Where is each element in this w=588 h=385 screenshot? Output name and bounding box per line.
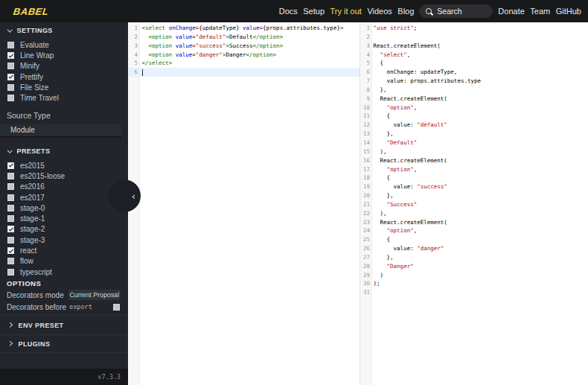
decorators-before-checkbox[interactable] <box>113 304 120 311</box>
checkbox-unchecked[interactable] <box>7 237 14 244</box>
code-line[interactable]: ), <box>374 147 482 156</box>
nav-link-setup[interactable]: Setup <box>303 7 325 16</box>
checkbox-row-stage-0[interactable]: stage-0 <box>0 203 128 213</box>
nav-right-links: DonateTeamGitHub <box>498 7 581 16</box>
nav-link-blog[interactable]: Blog <box>397 7 414 16</box>
checkbox-row-stage-2[interactable]: stage-2 <box>0 224 128 235</box>
checkbox-unchecked[interactable] <box>7 194 14 201</box>
code-line[interactable]: value: "success" <box>374 182 482 191</box>
code-line[interactable]: React.createElement( <box>374 42 482 51</box>
plugins-section-header[interactable]: PLUGINS <box>0 334 128 352</box>
code-line[interactable]: value: props.attributes.type <box>374 77 482 86</box>
code-line[interactable]: React.createElement( <box>374 156 482 165</box>
checkbox-unchecked[interactable] <box>7 205 14 211</box>
code-line[interactable]: ) <box>374 271 482 280</box>
nav-link-docs[interactable]: Docs <box>279 7 298 16</box>
checkbox-checked[interactable] <box>7 162 14 169</box>
checkbox-unchecked[interactable] <box>7 215 14 222</box>
code-line[interactable]: "option", <box>374 104 482 112</box>
code-line[interactable] <box>142 68 344 77</box>
sidebar-collapse-button[interactable]: ‹ <box>108 179 141 212</box>
output-editor[interactable]: 1234567891011121314151617181920212223242… <box>359 22 588 385</box>
nav-link-videos[interactable]: Videos <box>367 7 392 16</box>
checkbox-label: react <box>20 246 36 255</box>
checkbox-checked[interactable] <box>7 247 14 254</box>
checkbox-row-react[interactable]: react <box>0 245 128 255</box>
checkbox-row-line-wrap[interactable]: Line Wrap <box>0 50 128 60</box>
nav-link-try-it-out[interactable]: Try it out <box>330 7 362 16</box>
code-line[interactable] <box>374 33 482 42</box>
checkbox-row-stage-1[interactable]: stage-1 <box>0 213 128 223</box>
code-line[interactable]: "Default" <box>374 139 482 147</box>
checkbox-unchecked[interactable] <box>7 95 14 101</box>
code-line[interactable]: { <box>374 112 482 121</box>
code-line[interactable]: <option value="success">Success</option> <box>142 42 344 51</box>
code-line[interactable]: { <box>374 59 482 68</box>
decorators-mode-button[interactable]: Current Proposal <box>68 290 121 300</box>
checkbox-checked[interactable] <box>7 226 14 232</box>
code-line[interactable]: <select onChange={updateType} value={pro… <box>142 24 344 33</box>
output-code[interactable]: "use strict";React.createElement( "selec… <box>374 24 482 297</box>
code-line[interactable]: ), <box>374 209 482 218</box>
line-number: 21 <box>360 200 370 209</box>
env-preset-section-header[interactable]: ENV PRESET <box>0 315 128 334</box>
checkbox-label: es2015 <box>20 162 45 170</box>
checkbox-checked[interactable] <box>7 74 14 80</box>
checkbox-row-es2015[interactable]: es2015 <box>0 160 128 171</box>
code-line[interactable]: }, <box>374 191 482 200</box>
checkbox-row-time-travel[interactable]: Time Travel <box>0 92 128 103</box>
code-line[interactable]: { <box>374 174 482 182</box>
source-editor[interactable]: 123456 <select onChange={updateType} val… <box>128 22 359 385</box>
checkbox-row-evaluate[interactable]: Evaluate <box>0 39 128 50</box>
code-line[interactable]: value: "default" <box>374 121 482 130</box>
code-line[interactable]: <option value="danger">Danger</option> <box>142 51 344 60</box>
code-line[interactable]: "Danger" <box>374 262 482 271</box>
code-line[interactable]: value: "danger" <box>374 244 482 253</box>
code-line[interactable]: "use strict"; <box>374 24 482 33</box>
checkbox-unchecked[interactable] <box>7 173 14 179</box>
checkbox-unchecked[interactable] <box>7 84 14 91</box>
checkbox-unchecked[interactable] <box>7 183 14 190</box>
code-line[interactable]: }, <box>374 86 482 95</box>
nav-links: DocsSetupTry it outVideosBlog <box>279 7 415 16</box>
code-line[interactable]: React.createElement( <box>374 95 482 104</box>
checkbox-row-typescript[interactable]: typescript <box>0 267 128 277</box>
line-number: 27 <box>360 253 370 262</box>
checkbox-row-prettify[interactable]: Prettify <box>0 71 128 82</box>
source-code[interactable]: <select onChange={updateType} value={pro… <box>142 24 344 77</box>
checkbox-unchecked[interactable] <box>7 42 14 48</box>
source-type-select[interactable]: Module <box>0 124 121 138</box>
code-line[interactable]: </select> <box>142 59 344 68</box>
chevron-right-icon <box>7 341 12 346</box>
babel-logo[interactable]: BABEL <box>13 6 49 17</box>
code-line[interactable] <box>374 288 482 297</box>
code-line[interactable]: "option", <box>374 226 482 235</box>
code-line[interactable]: }, <box>374 253 482 262</box>
presets-section-header[interactable]: PRESETS <box>0 147 128 156</box>
checkbox-row-flow[interactable]: flow <box>0 256 128 267</box>
checkbox-unchecked[interactable] <box>7 63 14 69</box>
code-line[interactable]: React.createElement( <box>374 218 482 227</box>
checkbox-unchecked[interactable] <box>7 269 14 276</box>
code-line[interactable]: "Success" <box>374 200 482 209</box>
nav-link-donate[interactable]: Donate <box>498 7 524 16</box>
line-number: 2 <box>128 33 138 42</box>
code-line[interactable]: onChange: updateType, <box>374 68 482 77</box>
search-input[interactable]: Search <box>419 4 493 18</box>
checkbox-row-stage-3[interactable]: stage-3 <box>0 235 128 245</box>
code-line[interactable]: }, <box>374 130 482 139</box>
chevron-down-icon <box>7 147 12 152</box>
code-line[interactable]: { <box>374 235 482 244</box>
nav-link-team[interactable]: Team <box>530 7 550 16</box>
checkbox-row-file-size[interactable]: File Size <box>0 82 128 92</box>
code-line[interactable]: "option", <box>374 165 482 174</box>
code-line[interactable]: "select", <box>374 51 482 60</box>
checkbox-row-es2015-loose[interactable]: es2015-loose <box>0 171 128 181</box>
code-line[interactable]: ); <box>374 279 482 288</box>
nav-link-github[interactable]: GitHub <box>556 7 581 16</box>
code-line[interactable]: <option value="default">Default</option> <box>142 33 344 42</box>
checkbox-checked[interactable] <box>7 52 14 59</box>
checkbox-unchecked[interactable] <box>7 258 14 264</box>
checkbox-row-minify[interactable]: Minify <box>0 61 128 71</box>
settings-section-header[interactable]: SETTINGS <box>0 26 128 35</box>
